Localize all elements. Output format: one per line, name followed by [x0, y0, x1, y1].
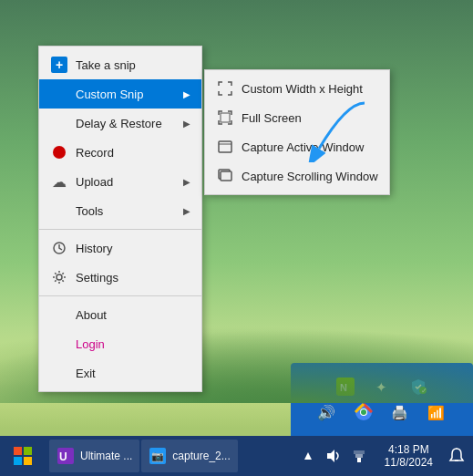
custom-snip-icon [50, 85, 68, 103]
svg-rect-31 [355, 454, 363, 458]
menu-item-upload[interactable]: ☁ Upload ▶ [39, 167, 201, 196]
tray-volume[interactable] [323, 445, 344, 467]
svg-point-12 [57, 274, 62, 280]
volume-icon[interactable]: 🔊 [316, 401, 338, 423]
upload-icon: ☁ [50, 172, 68, 191]
menu-item-exit[interactable]: Exit [39, 358, 201, 388]
menu-item-capture-active-window[interactable]: Capture Active Window [205, 132, 389, 161]
svg-rect-22 [14, 457, 22, 465]
capture-active-window-label: Capture Active Window [242, 140, 378, 154]
menu-item-take-snip[interactable]: + Take a snip [39, 50, 201, 79]
tools-label: Tools [76, 204, 176, 218]
capture-icon: 📷 [149, 447, 167, 465]
record-label: Record [76, 146, 190, 160]
upload-arrow: ▶ [183, 177, 190, 187]
tools-arrow: ▶ [183, 206, 190, 216]
chrome-icon[interactable] [353, 401, 375, 423]
menu-item-custom-width-height[interactable]: Custom Width x Height [205, 74, 389, 103]
menu-item-capture-scrolling-window[interactable]: Capture Scrolling Window [205, 161, 389, 191]
ultimate-icon: U [57, 447, 75, 465]
tray-row-2: 🔊 🖨️ 📶 [316, 401, 447, 423]
full-screen-label: Full Screen [242, 111, 378, 125]
svg-rect-15 [219, 141, 231, 152]
settings-icon [50, 268, 68, 286]
svg-text:🔊: 🔊 [317, 404, 335, 421]
desktop: N ✦ ✓ 🔊 🖨️ 📶 [0, 0, 473, 476]
ultimate-label: Ultimate ... [80, 450, 132, 462]
menu-item-tools[interactable]: Tools ▶ [39, 196, 201, 225]
take-snip-label: Take a snip [76, 58, 190, 72]
taskbar: U Ultimate ... 📷 capture_2... [0, 436, 473, 476]
bluetooth-icon[interactable]: ✦ [371, 376, 393, 398]
taskbar-item-capture[interactable]: 📷 capture_2... [141, 440, 237, 472]
window-icon [216, 138, 234, 156]
menu-item-full-screen[interactable]: Full Screen [205, 103, 389, 132]
about-label: About [76, 308, 190, 322]
svg-rect-20 [14, 447, 22, 455]
about-icon [50, 305, 68, 324]
exit-label: Exit [76, 367, 190, 380]
svg-rect-32 [354, 450, 365, 454]
svg-text:📶: 📶 [427, 405, 445, 421]
svg-rect-0 [336, 378, 355, 396]
svg-rect-14 [221, 113, 230, 122]
menu-item-settings[interactable]: Settings [39, 263, 201, 292]
svg-text:✦: ✦ [375, 379, 387, 395]
tray-row-1: N ✦ ✓ [334, 376, 429, 398]
time-display: 4:18 PM [388, 443, 429, 456]
menu-item-login[interactable]: Login [39, 329, 201, 358]
tray-chevron[interactable] [297, 445, 319, 467]
custom-snip-arrow: ▶ [183, 89, 190, 99]
scroll-window-icon [216, 167, 234, 185]
custom-width-height-label: Custom Width x Height [242, 82, 378, 96]
history-label: History [76, 242, 190, 255]
login-label: Login [76, 337, 190, 351]
taskbar-time[interactable]: 4:18 PM 11/8/2024 [377, 443, 440, 469]
custom-snip-label: Custom Snip [76, 88, 176, 101]
svg-point-8 [361, 409, 366, 415]
svg-text:📷: 📷 [151, 450, 164, 462]
svg-text:🖨️: 🖨️ [391, 405, 408, 421]
resize-icon [216, 79, 234, 98]
capture-label: capture_2... [172, 450, 230, 462]
svg-point-3 [419, 387, 427, 394]
menu-item-record[interactable]: Record [39, 138, 201, 167]
custom-snip-submenu: Custom Width x Height Full Screen Captur… [204, 69, 390, 195]
settings-label: Settings [76, 271, 190, 285]
tools-icon [50, 202, 68, 220]
taskbar-item-ultimate[interactable]: U Ultimate ... [49, 440, 139, 472]
start-button[interactable] [0, 436, 46, 476]
taskbar-tray [290, 436, 377, 476]
menu-divider-2 [39, 295, 201, 296]
printer-icon[interactable]: 🖨️ [389, 401, 411, 423]
fullscreen-icon [216, 109, 234, 127]
svg-marker-28 [304, 452, 312, 460]
date-display: 11/8/2024 [385, 456, 433, 469]
login-icon [50, 335, 68, 353]
tray-network[interactable] [348, 445, 370, 467]
wifi-icon[interactable]: 📶 [426, 401, 447, 423]
shield-icon[interactable]: ✓ [407, 376, 429, 398]
tray-popup: N ✦ ✓ 🔊 🖨️ 📶 [291, 363, 473, 436]
delay-restore-label: Delay & Restore [76, 117, 176, 130]
nvidia-icon[interactable]: N [334, 376, 356, 398]
record-icon [50, 143, 68, 161]
svg-rect-23 [24, 457, 32, 465]
menu-item-custom-snip[interactable]: Custom Snip ▶ [39, 79, 201, 109]
notification-button[interactable] [440, 436, 473, 476]
delay-restore-icon [50, 114, 68, 132]
menu-item-delay-restore[interactable]: Delay & Restore ▶ [39, 109, 201, 138]
exit-icon [50, 364, 68, 382]
svg-rect-21 [24, 447, 32, 455]
svg-rect-18 [221, 171, 231, 181]
svg-text:N: N [340, 382, 347, 393]
svg-marker-29 [327, 450, 334, 462]
svg-rect-30 [357, 458, 361, 462]
primary-context-menu: + Take a snip Custom Snip ▶ Delay & Rest… [38, 46, 202, 392]
history-icon [50, 239, 68, 257]
delay-restore-arrow: ▶ [183, 119, 190, 129]
menu-item-about[interactable]: About [39, 300, 201, 329]
upload-label: Upload [76, 175, 176, 189]
menu-divider-1 [39, 229, 201, 230]
menu-item-history[interactable]: History [39, 233, 201, 263]
